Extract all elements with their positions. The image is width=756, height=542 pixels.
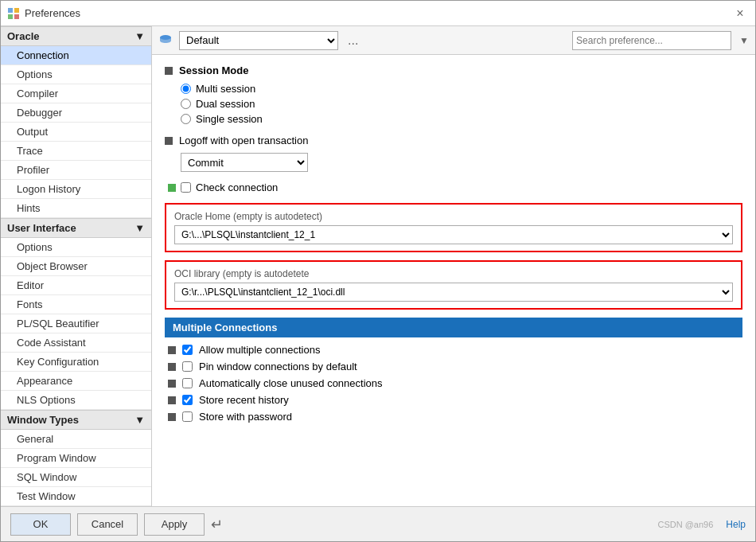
- store-history-label: Store recent history: [199, 394, 289, 406]
- sidebar-item-compiler[interactable]: Compiler: [1, 84, 151, 103]
- sidebar-item-object-browser[interactable]: Object Browser: [1, 257, 151, 276]
- session-mode-header: Session Mode: [165, 64, 742, 76]
- sidebar-item-hints[interactable]: Hints: [1, 199, 151, 218]
- help-icon[interactable]: ↵: [211, 516, 223, 533]
- sidebar-item-debugger[interactable]: Debugger: [1, 103, 151, 123]
- allow-multiple-row: Allow multiple connections: [168, 344, 742, 356]
- pin-window-row: Pin window connections by default: [168, 361, 742, 372]
- sidebar-item-logon-history[interactable]: Logon History: [1, 180, 151, 199]
- logoff-select[interactable]: Commit Rollback Ask: [181, 153, 308, 172]
- title-bar-left: Preferences: [7, 7, 80, 20]
- cancel-button[interactable]: Cancel: [77, 513, 138, 536]
- sidebar-item-options-ui[interactable]: Options: [1, 238, 151, 257]
- watermark: CSDN @an96: [657, 520, 713, 529]
- profile-select[interactable]: Default: [179, 31, 338, 50]
- sidebar-item-sql-window[interactable]: SQL Window: [1, 468, 151, 487]
- sidebar-item-profiler[interactable]: Profiler: [1, 161, 151, 180]
- session-mode-label: Session Mode: [179, 64, 248, 76]
- auto-close-checkbox[interactable]: [182, 378, 193, 388]
- single-session-radio[interactable]: [181, 114, 191, 124]
- oci-library-label: OCI library (empty is autodetete: [174, 268, 733, 279]
- preferences-icon: [7, 7, 20, 20]
- sidebar: Oracle ▼ Connection Options Compiler Deb…: [1, 26, 152, 506]
- right-panel: Default ... ▼ Session Mode Multi session: [152, 26, 755, 506]
- sidebar-group-window-types[interactable]: Window Types ▼: [1, 410, 151, 430]
- sidebar-group-user-interface[interactable]: User Interface ▼: [1, 218, 151, 238]
- oracle-home-select[interactable]: G:\...\PLSQL\instantclient_12_1: [174, 225, 733, 244]
- store-password-checkbox[interactable]: [182, 411, 193, 422]
- sidebar-item-code-assistant[interactable]: Code Assistant: [1, 333, 151, 353]
- single-session-label: Single session: [196, 113, 263, 125]
- svg-rect-1: [14, 8, 19, 13]
- logoff-label: Logoff with open transaction: [179, 135, 308, 146]
- multiple-connections-header: Multiple Connections: [165, 318, 742, 337]
- sidebar-item-output[interactable]: Output: [1, 123, 151, 142]
- ok-button[interactable]: OK: [10, 513, 71, 536]
- auto-close-indicator: [168, 380, 176, 388]
- sidebar-item-general[interactable]: General: [1, 430, 151, 449]
- sidebar-item-test-window[interactable]: Test Window: [1, 487, 151, 506]
- auto-close-row: Automatically close unused connections: [168, 377, 742, 389]
- logoff-header: Logoff with open transaction: [165, 135, 742, 146]
- check-connection-indicator: [168, 184, 176, 192]
- help-link[interactable]: Help: [726, 519, 746, 530]
- more-options-button[interactable]: ...: [345, 33, 361, 48]
- sidebar-item-fonts[interactable]: Fonts: [1, 295, 151, 314]
- bottom-bar: OK Cancel Apply ↵ CSDN @an96 Help: [1, 506, 755, 541]
- multi-session-label: Multi session: [196, 83, 255, 95]
- sidebar-item-trace[interactable]: Trace: [1, 142, 151, 161]
- sidebar-item-nls-options[interactable]: NLS Options: [1, 391, 151, 410]
- title-bar: Preferences ×: [1, 1, 755, 26]
- multi-session-radio[interactable]: [181, 84, 191, 94]
- session-mode-options: Multi session Dual session Single sessio…: [181, 83, 742, 125]
- multi-session-row: Multi session: [181, 83, 742, 95]
- preferences-dialog: Preferences × Oracle ▼ Connection Option…: [0, 0, 756, 542]
- store-history-indicator: [168, 396, 176, 404]
- sidebar-item-appearance[interactable]: Appearance: [1, 372, 151, 391]
- dual-session-row: Dual session: [181, 98, 742, 110]
- logoff-indicator: [165, 137, 173, 145]
- sidebar-item-connection[interactable]: Connection: [1, 46, 151, 65]
- session-mode-indicator: [165, 67, 173, 75]
- sidebar-group-oracle[interactable]: Oracle ▼: [1, 26, 151, 46]
- toolbar: Default ... ▼: [152, 26, 755, 55]
- pin-window-indicator: [168, 363, 176, 371]
- sidebar-item-key-configuration[interactable]: Key Configuration: [1, 353, 151, 372]
- pin-window-label: Pin window connections by default: [199, 361, 357, 372]
- check-connection-label: Check connection: [196, 181, 278, 193]
- check-connection-row: Check connection: [168, 181, 742, 193]
- single-session-row: Single session: [181, 113, 742, 125]
- oracle-home-box: Oracle Home (empty is autodetect) G:\...…: [165, 203, 742, 252]
- svg-rect-2: [8, 14, 13, 19]
- store-history-row: Store recent history: [168, 394, 742, 406]
- store-history-checkbox[interactable]: [182, 395, 193, 405]
- logoff-section: Logoff with open transaction Commit Roll…: [165, 135, 742, 172]
- sidebar-item-program-window[interactable]: Program Window: [1, 449, 151, 468]
- search-input[interactable]: [572, 31, 731, 50]
- sidebar-item-options-oracle[interactable]: Options: [1, 65, 151, 84]
- content-area: Session Mode Multi session Dual session …: [152, 55, 755, 506]
- search-dropdown-icon[interactable]: ▼: [739, 35, 749, 46]
- store-password-indicator: [168, 413, 176, 421]
- allow-multiple-checkbox[interactable]: [182, 345, 193, 355]
- oracle-home-label: Oracle Home (empty is autodetect): [174, 211, 733, 222]
- auto-close-label: Automatically close unused connections: [199, 377, 383, 389]
- sidebar-item-editor[interactable]: Editor: [1, 276, 151, 295]
- oci-library-box: OCI library (empty is autodetete G:\r...…: [165, 260, 742, 310]
- sidebar-item-plsql-beautifier[interactable]: PL/SQL Beautifier: [1, 314, 151, 333]
- apply-button[interactable]: Apply: [144, 513, 205, 536]
- pin-window-checkbox[interactable]: [182, 361, 193, 372]
- oci-library-select[interactable]: G:\r...\PLSQL\instantclient_12_1\oci.dll: [174, 283, 733, 302]
- dual-session-radio[interactable]: [181, 99, 191, 109]
- db-icon: [158, 33, 173, 48]
- allow-multiple-label: Allow multiple connections: [199, 344, 320, 356]
- svg-rect-0: [8, 8, 13, 13]
- close-button[interactable]: ×: [731, 5, 749, 22]
- main-content: Oracle ▼ Connection Options Compiler Deb…: [1, 26, 755, 506]
- allow-multiple-indicator: [168, 346, 176, 354]
- store-password-label: Store with password: [199, 411, 292, 423]
- check-connection-checkbox[interactable]: [181, 182, 191, 193]
- dual-session-label: Dual session: [196, 98, 255, 110]
- store-password-row: Store with password: [168, 411, 742, 423]
- svg-rect-3: [14, 14, 19, 19]
